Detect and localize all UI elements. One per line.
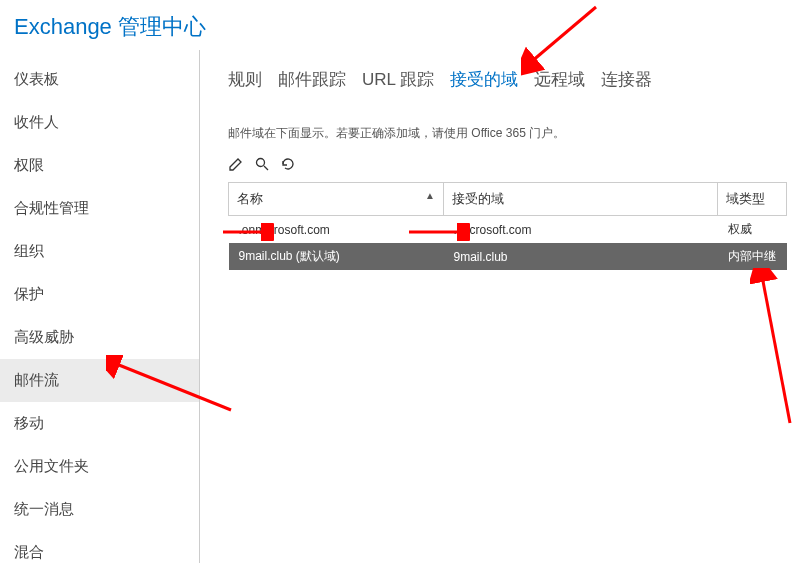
col-accepted[interactable]: 接受的域 [444,183,718,216]
sidebar-item-label: 权限 [14,156,44,173]
sidebar-item-recipients[interactable]: 收件人 [0,101,199,144]
cell-type: 内部中继 [718,243,787,270]
table-header-row: 名称 ▲ 接受的域 域类型 [229,183,787,216]
sidebar-item-mailflow[interactable]: 邮件流 [0,359,199,402]
svg-point-0 [257,159,265,167]
cell-type: 权威 [718,216,787,244]
sidebar-item-public-folders[interactable]: 公用文件夹 [0,445,199,488]
search-icon[interactable] [254,156,270,172]
sidebar-item-hybrid[interactable]: 混合 [0,531,199,563]
col-label: 域类型 [726,191,765,206]
sidebar-item-label: 仪表板 [14,70,59,87]
sidebar-item-label: 收件人 [14,113,59,130]
tabs: 规则 邮件跟踪 URL 跟踪 接受的域 远程域 连接器 [228,50,802,105]
refresh-icon[interactable] [280,156,296,172]
edit-icon[interactable] [228,156,244,172]
sidebar-item-organization[interactable]: 组织 [0,230,199,273]
header: Exchange 管理中心 [0,0,802,50]
cell-accepted: 9mail.club [444,243,718,270]
page-title: Exchange 管理中心 [14,14,206,39]
tab-remote-domains[interactable]: 远程域 [534,68,585,91]
sidebar: 仪表板 收件人 权限 合规性管理 组织 保护 高级威胁 邮件流 移动 公用文件夹… [0,50,200,563]
tab-connectors[interactable]: 连接器 [601,68,652,91]
col-name[interactable]: 名称 ▲ [229,183,444,216]
col-label: 接受的域 [452,191,504,206]
sidebar-item-label: 邮件流 [14,371,59,388]
toolbar [228,150,802,182]
sidebar-item-advanced-threats[interactable]: 高级威胁 [0,316,199,359]
sidebar-item-mobile[interactable]: 移动 [0,402,199,445]
cell-name: 9mail.club (默认域) [229,243,444,270]
sidebar-item-label: 统一消息 [14,500,74,517]
tab-url-trace[interactable]: URL 跟踪 [362,68,434,91]
sidebar-item-label: 合规性管理 [14,199,89,216]
sidebar-item-label: 组织 [14,242,44,259]
main-content: 规则 邮件跟踪 URL 跟踪 接受的域 远程域 连接器 邮件域在下面显示。若要正… [200,50,802,563]
sidebar-item-compliance[interactable]: 合规性管理 [0,187,199,230]
tab-message-trace[interactable]: 邮件跟踪 [278,68,346,91]
help-text: 邮件域在下面显示。若要正确添加域，请使用 Office 365 门户。 [228,105,802,150]
table-row[interactable]: 9mail.club (默认域) 9mail.club 内部中继 [229,243,787,270]
sidebar-item-label: 高级威胁 [14,328,74,345]
cell-name: .onmicrosoft.com [229,216,444,244]
sidebar-item-unified-messaging[interactable]: 统一消息 [0,488,199,531]
sidebar-item-protection[interactable]: 保护 [0,273,199,316]
col-type[interactable]: 域类型 [718,183,787,216]
svg-line-1 [264,166,268,170]
cell-accepted: .microsoft.com [444,216,718,244]
table-row[interactable]: .onmicrosoft.com .microsoft.com 权威 [229,216,787,244]
sidebar-item-permissions[interactable]: 权限 [0,144,199,187]
tab-rules[interactable]: 规则 [228,68,262,91]
sort-asc-icon: ▲ [425,190,435,201]
sidebar-item-label: 保护 [14,285,44,302]
col-label: 名称 [237,191,263,206]
tab-accepted-domains[interactable]: 接受的域 [450,68,518,91]
sidebar-item-label: 公用文件夹 [14,457,89,474]
sidebar-item-dashboard[interactable]: 仪表板 [0,58,199,101]
sidebar-item-label: 混合 [14,543,44,560]
sidebar-item-label: 移动 [14,414,44,431]
domains-table: 名称 ▲ 接受的域 域类型 .onmicrosoft.com .microsof… [228,182,787,270]
